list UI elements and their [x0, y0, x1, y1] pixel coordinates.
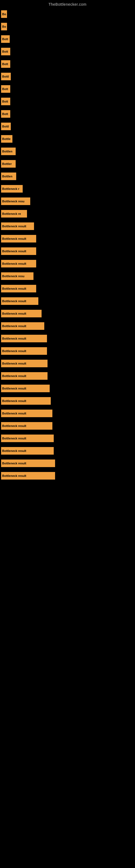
bar-row: Bottleneck result: [0, 422, 135, 430]
bar-row: Bo: [0, 23, 135, 30]
bar-label-9: Bottl: [2, 125, 9, 128]
bar-23: Bottleneck result: [1, 297, 38, 305]
bar-label-3: Bott: [2, 50, 8, 53]
bar-12: Bottler: [1, 160, 16, 167]
bar-label-1: Bo: [2, 25, 6, 28]
bar-label-16: Bottleneck re: [2, 212, 21, 215]
bar-label-27: Bottleneck result: [2, 349, 26, 352]
bar-label-14: Bottleneck r: [2, 187, 19, 190]
bar-label-4: Bott: [2, 62, 8, 66]
bar-row: Bottleneck result: [0, 297, 135, 305]
bar-label-13: Bottlen: [2, 175, 12, 178]
bar-31: Bottleneck result: [1, 397, 51, 405]
bar-27: Bottleneck result: [1, 347, 47, 355]
bar-label-10: Bottle: [2, 137, 10, 141]
bar-row: Bottleneck result: [0, 472, 135, 479]
bar-1: Bo: [1, 23, 7, 30]
bar-13: Bottlen: [1, 173, 16, 180]
bar-row: Bottleneck result: [0, 360, 135, 367]
bar-label-22: Bottleneck result: [2, 287, 26, 290]
bar-15: Bottleneck resu: [1, 197, 30, 205]
bar-label-35: Bottleneck result: [2, 449, 26, 453]
bar-row: Bottleneck result: [0, 335, 135, 342]
bar-label-6: Bott: [2, 87, 8, 91]
bar-26: Bottleneck result: [1, 335, 47, 342]
bar-label-24: Bottleneck result: [2, 312, 26, 315]
bar-label-21: Bottleneck resu: [2, 275, 25, 278]
bar-label-32: Bottleneck result: [2, 412, 26, 415]
bar-32: Bottleneck result: [1, 410, 52, 417]
bar-30: Bottleneck result: [1, 384, 50, 392]
bars-container: BoBoBottBottBottBottlBottBottBottBottlBo…: [0, 8, 135, 479]
bar-14: Bottleneck r: [1, 185, 23, 193]
bar-row: Bott: [0, 48, 135, 55]
bar-label-20: Bottleneck result: [2, 262, 26, 265]
bar-label-12: Bottler: [2, 162, 12, 165]
bar-16: Bottleneck re: [1, 210, 27, 218]
bar-row: Bottleneck result: [0, 397, 135, 405]
bar-18: Bottleneck result: [1, 235, 36, 243]
bar-row: Bottleneck resu: [0, 197, 135, 205]
bar-label-18: Bottleneck result: [2, 237, 26, 240]
bar-row: Bottleneck result: [0, 310, 135, 317]
bar-label-7: Bott: [2, 100, 8, 103]
bar-5: Bottl: [1, 73, 11, 80]
bar-label-23: Bottleneck result: [2, 300, 26, 303]
bar-row: Bottleneck result: [0, 372, 135, 380]
bar-24: Bottleneck result: [1, 310, 42, 317]
bar-19: Bottleneck result: [1, 247, 36, 255]
bar-label-33: Bottleneck result: [2, 424, 26, 428]
bar-row: Bottl: [0, 123, 135, 130]
bar-label-19: Bottleneck result: [2, 250, 26, 253]
bar-36: Bottleneck result: [1, 460, 55, 467]
bar-label-8: Bott: [2, 112, 8, 116]
bar-34: Bottleneck result: [1, 435, 54, 442]
bar-row: Bottleneck result: [0, 435, 135, 442]
bar-label-5: Bottl: [2, 75, 9, 78]
bar-row: Bottle: [0, 135, 135, 143]
bar-7: Bott: [1, 98, 10, 105]
bar-label-30: Bottleneck result: [2, 387, 26, 390]
bar-label-36: Bottleneck result: [2, 462, 26, 465]
bar-6: Bott: [1, 85, 10, 93]
bar-row: Bottlen: [0, 173, 135, 180]
bar-row: Bottleneck re: [0, 210, 135, 218]
bar-label-15: Bottleneck resu: [2, 199, 25, 203]
bar-row: Bottleneck r: [0, 185, 135, 193]
bar-label-0: Bo: [2, 12, 6, 16]
bar-label-25: Bottleneck result: [2, 324, 26, 328]
bar-28: Bottleneck result: [1, 360, 48, 367]
bar-row: Bottleneck result: [0, 222, 135, 230]
bar-2: Bott: [1, 35, 10, 43]
bar-29: Bottleneck result: [1, 372, 48, 380]
bar-17: Bottleneck result: [1, 222, 34, 230]
bar-row: Bo: [0, 10, 135, 18]
bar-8: Bott: [1, 110, 10, 118]
bar-row: Bottleneck result: [0, 322, 135, 330]
bar-label-28: Bottleneck result: [2, 362, 26, 365]
bar-label-17: Bottleneck result: [2, 225, 26, 228]
bar-21: Bottleneck resu: [1, 272, 34, 280]
bar-row: Bottleneck result: [0, 247, 135, 255]
bar-row: Bott: [0, 60, 135, 68]
bar-37: Bottleneck result: [1, 472, 55, 479]
bar-20: Bottleneck result: [1, 260, 36, 268]
bar-3: Bott: [1, 48, 10, 55]
bar-row: Bottleneck result: [0, 460, 135, 467]
bar-row: Bottleneck result: [0, 447, 135, 455]
bar-row: Bottleneck result: [0, 285, 135, 292]
bar-9: Bottl: [1, 123, 11, 130]
bar-35: Bottleneck result: [1, 447, 54, 455]
bar-row: Bottlen: [0, 148, 135, 155]
bar-label-31: Bottleneck result: [2, 399, 26, 403]
bar-row: Bott: [0, 98, 135, 105]
bar-row: Bott: [0, 35, 135, 43]
bar-row: Bottleneck result: [0, 410, 135, 417]
bar-25: Bottleneck result: [1, 322, 44, 330]
bar-row: Bott: [0, 85, 135, 93]
bar-10: Bottle: [1, 135, 12, 143]
bar-11: Bottlen: [1, 148, 16, 155]
bar-label-2: Bott: [2, 37, 8, 41]
bar-row: Bottleneck result: [0, 384, 135, 392]
site-title: TheBottlenecker.com: [0, 0, 135, 8]
